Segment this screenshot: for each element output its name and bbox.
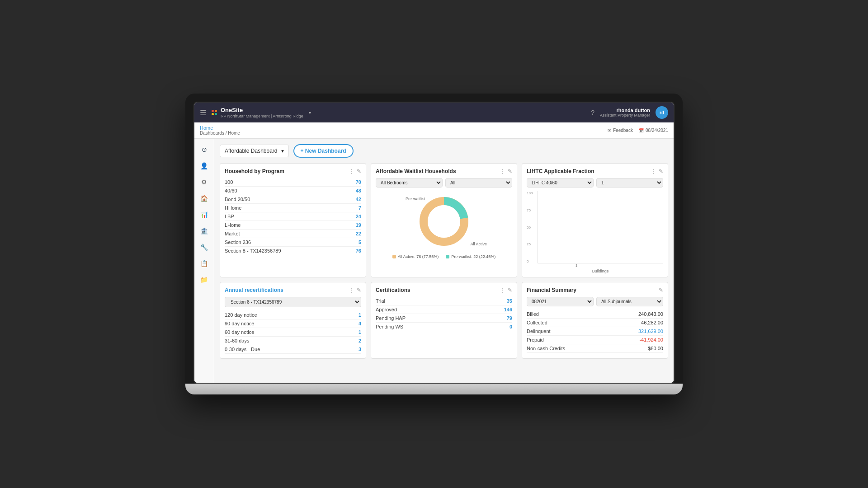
user-avatar[interactable]: rd	[656, 106, 668, 119]
waitlist-edit-icon[interactable]: ✎	[508, 168, 512, 174]
help-icon[interactable]: ?	[591, 109, 594, 116]
toolbar: Affordable Dashboard ▾ + New Dashboard	[220, 144, 668, 158]
waitlist-bedroom-select[interactable]: All Bedrooms	[376, 178, 443, 188]
household-more-icon[interactable]: ⋮	[349, 168, 354, 174]
household-edit-icon[interactable]: ✎	[357, 168, 361, 174]
table-row: Pending WS 0	[376, 323, 512, 331]
bar-chart-bars	[538, 191, 663, 263]
waitlist-widget: Affordable Waitlist Households ⋮ ✎ All B…	[371, 163, 517, 277]
calendar-icon: 📅	[638, 128, 644, 133]
lihtc-select-2[interactable]: 1	[596, 178, 663, 188]
sidebar-item-properties[interactable]: 🏠	[196, 191, 212, 206]
sidebar-item-tasks[interactable]: 📋	[196, 256, 212, 271]
annual-more-icon[interactable]: ⋮	[349, 287, 354, 293]
legend-label-pre: Pre-waitlist: 22 (22.45%)	[451, 254, 495, 259]
certifications-widget-header: Certifications ⋮ ✎	[376, 287, 512, 293]
hamburger-menu[interactable]: ☰	[200, 108, 206, 117]
financial-period-select[interactable]: 082021	[527, 297, 594, 306]
table-row: Market 22	[225, 230, 361, 238]
table-row: 31-60 days 2	[225, 337, 361, 345]
lihtc-select-1[interactable]: LIHTC 40/60	[527, 178, 594, 188]
logo-dot-red	[212, 110, 214, 112]
top-navigation: ☰ OneSite RP NorthStar Management | Arms…	[194, 103, 674, 122]
feedback-label: Feedback	[613, 128, 633, 133]
financial-subjournal-select[interactable]: All Subjournals	[596, 297, 663, 306]
financial-edit-icon[interactable]: ✎	[659, 287, 663, 293]
lihtc-edit-icon[interactable]: ✎	[659, 168, 663, 174]
donut-chart-container: Pre-waitlist All A	[376, 192, 512, 259]
feedback-button[interactable]: ✉ Feedback	[608, 128, 633, 133]
annual-edit-icon[interactable]: ✎	[357, 287, 361, 293]
sidebar-item-home[interactable]: ⊙	[196, 142, 212, 157]
waitlist-controls: All Bedrooms All	[376, 178, 512, 188]
table-row: 120 day notice 1	[225, 311, 361, 319]
feedback-icon: ✉	[608, 128, 611, 133]
table-row: Section 236 5	[225, 238, 361, 247]
waitlist-widget-header: Affordable Waitlist Households ⋮ ✎	[376, 168, 512, 174]
logo-dot-orange	[215, 110, 217, 112]
certifications-edit-icon[interactable]: ✎	[508, 287, 512, 293]
annual-widget-title[interactable]: Annual recertifications	[225, 287, 283, 293]
date-display: 📅 08/24/2021	[638, 128, 668, 133]
dashboard-select[interactable]: Affordable Dashboard ▾	[220, 145, 289, 157]
breadcrumb-home-link[interactable]: Home	[200, 125, 240, 131]
donut-legend: All Active: 76 (77.55%) Pre-waitlist: 22…	[392, 254, 496, 259]
financial-widget-title: Financial Summary	[527, 287, 576, 293]
household-widget-title: Household by Program	[225, 168, 284, 174]
logo-dot-yellow	[212, 113, 214, 115]
waitlist-widget-actions: ⋮ ✎	[500, 168, 512, 174]
date-value: 08/24/2021	[646, 128, 668, 133]
lihtc-widget-title: LIHTC Applicable Fraction	[527, 168, 594, 174]
user-name: rhonda dutton	[600, 108, 650, 113]
logo-dot-teal	[215, 113, 217, 115]
user-info: rhonda dutton Assistant Property Manager	[600, 108, 650, 117]
sidebar-item-reports[interactable]: 📊	[196, 207, 212, 222]
lihtc-widget-actions: ⋮ ✎	[651, 168, 663, 174]
sidebar-item-tools[interactable]: 🔧	[196, 240, 212, 254]
financial-widget-header: Financial Summary ✎	[527, 287, 663, 293]
legend-item-active: All Active: 76 (77.55%)	[392, 254, 439, 259]
waitlist-filter-select[interactable]: All	[445, 178, 512, 188]
table-row: Trial 35	[376, 297, 512, 305]
certifications-widget-title: Certifications	[376, 287, 410, 293]
financial-controls: 082021 All Subjournals	[527, 297, 663, 306]
brand-subtitle: RP NorthStar Management | Armstrong Ridg…	[221, 114, 303, 118]
bar-chart-footer: Buildings	[538, 269, 663, 273]
sidebar: ⊙ 👤 ⚙ 🏠 📊 🏦 🔧 📋 📁	[194, 139, 214, 383]
lihtc-more-icon[interactable]: ⋮	[651, 168, 656, 174]
financial-widget-actions: ✎	[659, 287, 663, 293]
sidebar-item-settings[interactable]: ⚙	[196, 175, 212, 189]
dashboard-select-chevron: ▾	[281, 148, 284, 154]
waitlist-more-icon[interactable]: ⋮	[500, 168, 505, 174]
topnav-right: ? rhonda dutton Assistant Property Manag…	[591, 106, 668, 119]
dashboard-grid-row1: Household by Program ⋮ ✎ 100 70	[220, 163, 668, 277]
annual-widget-header: Annual recertifications ⋮ ✎	[225, 287, 361, 293]
lihtc-widget-header: LIHTC Applicable Fraction ⋮ ✎	[527, 168, 663, 174]
lihtc-widget: LIHTC Applicable Fraction ⋮ ✎ LIHTC 40/6…	[522, 163, 668, 277]
annual-recert-widget: Annual recertifications ⋮ ✎ Section 8 - …	[220, 282, 366, 359]
donut-label-all: All Active	[470, 242, 487, 246]
donut-label-pre: Pre-waitlist	[406, 197, 425, 201]
sidebar-item-files[interactable]: 📁	[196, 272, 212, 287]
legend-dot-active	[392, 255, 396, 258]
brand-chevron-icon[interactable]: ▾	[309, 110, 311, 115]
table-row: Collected 46,282.00	[527, 319, 663, 327]
certifications-widget: Certifications ⋮ ✎ Trial 35	[371, 282, 517, 359]
svg-point-2	[428, 205, 460, 238]
main-layout: ⊙ 👤 ⚙ 🏠 📊 🏦 🔧 📋 📁 Affordable Dashboa	[194, 139, 674, 383]
brand-logo	[212, 110, 217, 115]
legend-label-active: All Active: 76 (77.55%)	[398, 254, 439, 259]
certifications-more-icon[interactable]: ⋮	[500, 287, 505, 293]
breadcrumb-bar: Home Dashboards / Home ✉ Feedback 📅 08/2…	[194, 122, 674, 139]
new-dashboard-button[interactable]: + New Dashboard	[293, 144, 354, 158]
user-role: Assistant Property Manager	[600, 113, 650, 117]
table-row: 0-30 days - Due 3	[225, 345, 361, 354]
legend-item-pre: Pre-waitlist: 22 (22.45%)	[446, 254, 495, 259]
annual-select[interactable]: Section 8 - TX142356789	[225, 297, 361, 307]
table-row: LBP 24	[225, 212, 361, 221]
dashboard-grid-row2: Annual recertifications ⋮ ✎ Section 8 - …	[220, 282, 668, 359]
sidebar-item-financials[interactable]: 🏦	[196, 224, 212, 238]
table-row: Non-cash Credits $80.00	[527, 344, 663, 353]
sidebar-item-residents[interactable]: 👤	[196, 159, 212, 173]
main-content: Affordable Dashboard ▾ + New Dashboard H…	[214, 139, 674, 383]
